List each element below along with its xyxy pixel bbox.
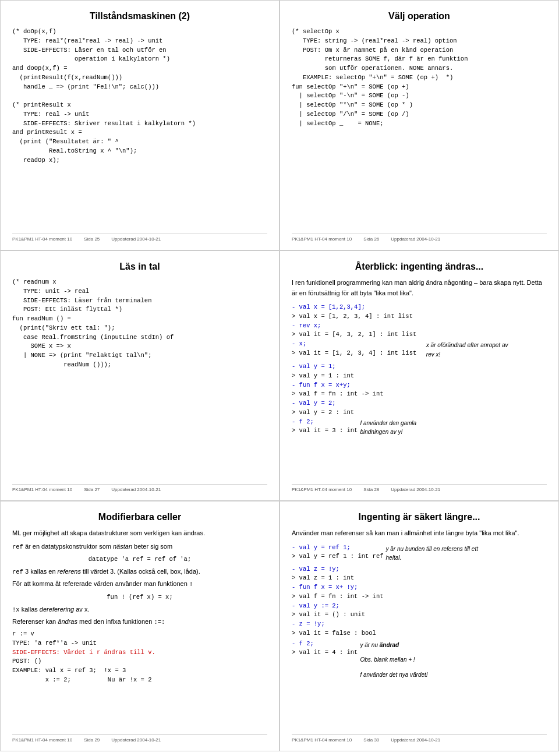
slide-5-footer: PK1&PM1 HT-04 moment 10 Sida 29 Uppdater…: [12, 734, 267, 743]
slide-2-footer: PK1&PM1 HT-04 moment 10 Sida 26 Uppdater…: [292, 234, 547, 242]
slide-5-fun: fun ! (ref x) = x;: [12, 592, 267, 602]
slide-6-footer-right: Uppdaterad 2004-10-21: [391, 737, 440, 743]
slide-1: Tillståndsmaskinen (2) (* doOp(x,f) TYPE…: [0, 0, 280, 250]
slide-6-footer-mid: Sida 30: [363, 737, 379, 743]
slide-5-footer-mid: Sida 29: [84, 737, 100, 743]
slide-4-footer-left: PK1&PM1 HT-04 moment 10: [292, 487, 352, 492]
slide-6-footer: PK1&PM1 HT-04 moment 10 Sida 30 Uppdater…: [292, 734, 547, 743]
slide-6: Ingenting är säkert längre... Använder m…: [280, 501, 559, 751]
slide-4-footer-mid: Sida 28: [363, 487, 379, 492]
slide-1-footer-left: PK1&PM1 HT-04 moment 10: [12, 236, 72, 242]
slide-5: Modifierbara celler ML ger möjlighet att…: [0, 501, 280, 751]
slide-5-footer-right: Uppdaterad 2004-10-21: [111, 737, 161, 743]
slide-5-text3: ref 3 kallas en referens till värdet 3. …: [12, 567, 267, 577]
slide-4-footer-right: Uppdaterad 2004-10-21: [391, 487, 440, 492]
slide-1-footer-mid: Sida 25: [84, 236, 100, 242]
slide-4-content: I ren funktionell programmering kan man …: [292, 278, 547, 479]
slide-2: Välj operation (* selectOp x TYPE: strin…: [280, 0, 559, 250]
slide-2-title: Välj operation: [292, 11, 547, 22]
slide-4-code-block: - val x = [1,2,3,4]; > val x = [1, 2, 3,…: [292, 303, 547, 437]
slide-3: Läs in tal (* readnum x TYPE: unit -> re…: [0, 250, 280, 501]
slide-2-content: (* selectOp x TYPE: string -> (real*real…: [292, 27, 547, 229]
slide-5-text1: ML ger möjlighet att skapa datastrukture…: [12, 528, 267, 539]
slide-4: Återblick: ingenting ändras... I ren fun…: [280, 250, 559, 501]
slide-5-code3: POST: () EXAMPLE: val x = ref 3; !x = 3 …: [12, 657, 267, 684]
slide-3-footer-right: Uppdaterad 2004-10-21: [111, 487, 161, 492]
slide-3-footer-mid: Sida 27: [84, 487, 100, 492]
slide-2-footer-left: PK1&PM1 HT-04 moment 10: [292, 236, 352, 242]
slide-4-intro: I ren funktionell programmering kan man …: [292, 278, 547, 298]
slide-5-title: Modifierbara celler: [12, 512, 267, 522]
slide-5-text2: ref är en datatypskonstruktor som nästan…: [12, 542, 267, 552]
slide-5-text6: Referenser kan ändras med den infixa fun…: [12, 617, 267, 627]
slide-5-code1: r := v TYPE: 'a ref*'a -> unit: [12, 630, 267, 648]
slide-4-title: Återblick: ingenting ändras...: [292, 262, 547, 272]
slide-5-text5: !x kallas dereferering av x.: [12, 605, 267, 615]
slide-1-footer: PK1&PM1 HT-04 moment 10 Sida 25 Uppdater…: [12, 234, 267, 242]
slide-6-title: Ingenting är säkert längre...: [292, 512, 547, 522]
slide-6-content: Använder man referenser så kan man i all…: [292, 528, 547, 730]
slide-3-footer-left: PK1&PM1 HT-04 moment 10: [12, 487, 72, 492]
slide-1-code: (* doOp(x,f) TYPE: real*(real*real -> re…: [12, 27, 267, 165]
slide-3-content: (* readnum x TYPE: unit -> real SIDE-EFF…: [12, 278, 267, 479]
slide-6-text1: Använder man referenser så kan man i all…: [292, 528, 547, 539]
slide-1-title: Tillståndsmaskinen (2): [12, 11, 267, 22]
slide-1-footer-right: Uppdaterad 2004-10-21: [111, 236, 161, 242]
slide-1-content: (* doOp(x,f) TYPE: real*(real*real -> re…: [12, 27, 267, 229]
slide-2-footer-mid: Sida 26: [363, 236, 379, 242]
slide-2-footer-right: Uppdaterad 2004-10-21: [391, 236, 440, 242]
slide-3-code: (* readnum x TYPE: unit -> real SIDE-EFF…: [12, 278, 267, 370]
slide-5-footer-left: PK1&PM1 HT-04 moment 10: [12, 737, 72, 743]
slide-5-content: ML ger möjlighet att skapa datastrukture…: [12, 528, 267, 730]
slide-6-block1: - val y = ref 1; > val y = ref 1 : int r…: [292, 543, 547, 563]
slide-5-datatype: datatype 'a ref = ref of 'a;: [12, 554, 267, 564]
slide-6-block2: - val z = !y; > val z = 1 : int - fun f …: [292, 565, 547, 680]
slide-5-code2: SIDE-EFFECTS: Värdet i r ändras till v.: [12, 648, 267, 658]
slide-4-footer: PK1&PM1 HT-04 moment 10 Sida 28 Uppdater…: [292, 484, 547, 492]
slide-2-code: (* selectOp x TYPE: string -> (real*real…: [292, 27, 547, 128]
slide-6-footer-left: PK1&PM1 HT-04 moment 10: [292, 737, 352, 743]
slide-5-text4: För att komma åt refererade värden använ…: [12, 579, 267, 589]
page-grid: Tillståndsmaskinen (2) (* doOp(x,f) TYPE…: [0, 0, 559, 751]
slide-3-footer: PK1&PM1 HT-04 moment 10 Sida 27 Uppdater…: [12, 484, 267, 492]
slide-3-title: Läs in tal: [12, 262, 267, 272]
